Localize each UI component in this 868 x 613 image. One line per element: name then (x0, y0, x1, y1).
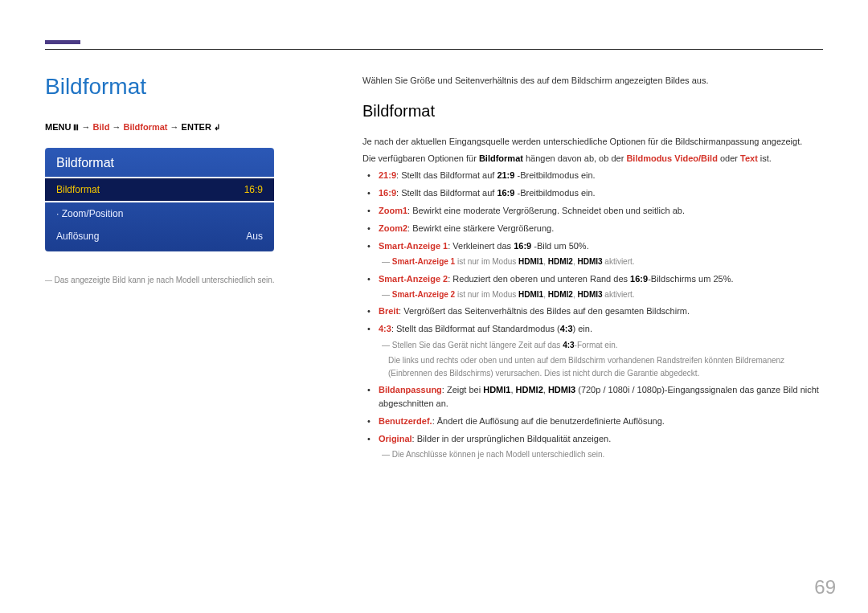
bc-arrow: → (82, 122, 91, 132)
osd-row-aufloesung[interactable]: Auflösung Aus (45, 225, 274, 251)
content: Wählen Sie Größe und Seitenverhältnis de… (362, 74, 823, 465)
osd-row-value: 16:9 (244, 184, 263, 195)
menu-icon: Ⅲ (73, 123, 79, 132)
item-benutzerdef: Benutzerdef.: Ändert die Auflösung auf d… (379, 415, 823, 428)
item-smart2: Smart-Anzeige 2: Reduziert den oberen un… (379, 272, 823, 301)
osd-panel: Bildformat Bildformat 16:9 Zoom/Position… (45, 148, 274, 251)
breadcrumb: MENU Ⅲ → Bild → Bildformat → ENTER ↲ (45, 122, 322, 132)
bc-bild: Bild (93, 122, 110, 132)
osd-row-zoom-position[interactable]: Zoom/Position (45, 202, 274, 225)
item-original: Original: Bilder in der ursprünglichen B… (379, 432, 823, 461)
item-breit: Breit: Vergrößert das Seitenverhältnis d… (379, 304, 823, 318)
osd-title: Bildformat (45, 148, 274, 177)
bc-enter: ENTER (182, 122, 211, 132)
item-4-3-note1: Stellen Sie das Gerät nicht längere Zeit… (379, 339, 823, 352)
item-smart2-note: Smart-Anzeige 2 ist nur im Modus HDMI1, … (379, 288, 823, 301)
osd-row-label: Auflösung (56, 231, 99, 242)
bc-arrow: → (112, 122, 121, 132)
bc-bildformat: Bildformat (123, 122, 167, 132)
intro-text: Wählen Sie Größe und Seitenverhältnis de… (362, 74, 823, 88)
enter-icon: ↲ (214, 123, 220, 132)
osd-row-label: Zoom/Position (56, 208, 123, 219)
osd-row-bildformat[interactable]: Bildformat 16:9 (45, 177, 274, 202)
item-smart1: Smart-Anzeige 1: Verkleinert das 16:9 -B… (379, 239, 823, 268)
item-original-note: Die Anschlüsse können je nach Modell unt… (379, 448, 823, 461)
accent-bar (45, 40, 80, 44)
osd-row-value: Aus (246, 231, 263, 242)
bc-arrow: → (170, 122, 179, 132)
item-4-3-note2: Die links und rechts oder oben und unten… (379, 354, 823, 379)
bc-menu: MENU (45, 122, 71, 132)
page-title: Bildformat (45, 74, 322, 100)
para-2: Die verfügbaren Optionen für Bildformat … (362, 152, 823, 166)
item-bildanpassung: Bildanpassung: Zeigt bei HDMI1, HDMI2, H… (379, 383, 823, 411)
section-title: Bildformat (362, 99, 823, 124)
page-number: 69 (814, 576, 836, 599)
item-zoom2: Zoom2: Bewirkt eine stärkere Vergrößerun… (379, 222, 823, 235)
left-note: Das angezeigte Bild kann je nach Modell … (45, 276, 322, 284)
divider (45, 49, 823, 50)
para-1: Je nach der aktuellen Eingangsquelle wer… (362, 135, 823, 149)
item-zoom1: Zoom1: Bewirkt eine moderate Vergrößerun… (379, 204, 823, 218)
item-smart1-note: Smart-Anzeige 1 ist nur im Modus HDMI1, … (379, 255, 823, 268)
item-4-3: 4:3: Stellt das Bildformat auf Standardm… (379, 322, 823, 379)
item-21-9: 21:9: Stellt das Bildformat auf 21:9 -Br… (379, 169, 823, 182)
osd-row-label: Bildformat (56, 184, 100, 195)
item-16-9: 16:9: Stellt das Bildformat auf 16:9 -Br… (379, 186, 823, 200)
